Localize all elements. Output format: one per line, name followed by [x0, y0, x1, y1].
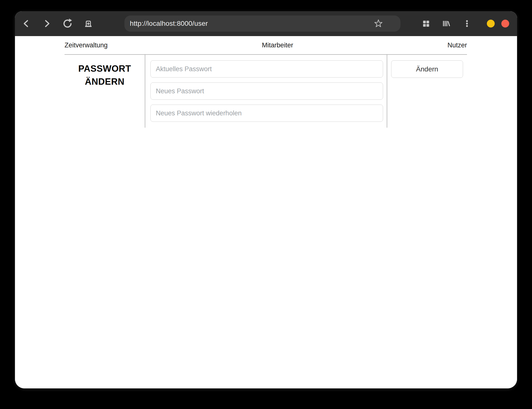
browser-titlebar: http://localhost:8000/user — [15, 11, 517, 36]
repeat-new-password-input[interactable] — [150, 105, 383, 122]
forward-button[interactable] — [40, 17, 53, 30]
reload-icon — [62, 18, 73, 29]
main-nav: Zeitverwaltung Mitarbeiter Nutzer — [65, 36, 467, 49]
minimize-button[interactable] — [487, 20, 495, 27]
nav-item-mitarbeiter[interactable]: Mitarbeiter — [262, 41, 293, 49]
password-action-cell: Ändern — [387, 55, 467, 128]
library-button[interactable] — [441, 17, 451, 30]
chevron-right-icon — [41, 18, 52, 29]
library-icon — [441, 19, 451, 28]
change-password-button[interactable]: Ändern — [391, 60, 463, 78]
bookmark-button[interactable] — [373, 19, 383, 28]
nav-item-zeitverwaltung[interactable]: Zeitverwaltung — [65, 41, 108, 49]
browser-window: http://localhost:8000/user — [15, 11, 517, 388]
new-tab-button[interactable] — [81, 17, 95, 30]
app-grid-button[interactable] — [421, 17, 431, 30]
chevron-left-icon — [21, 18, 32, 29]
page-content: Zeitverwaltung Mitarbeiter Nutzer PASSWO… — [15, 36, 517, 388]
new-password-input[interactable] — [150, 82, 383, 100]
close-button[interactable] — [501, 20, 509, 27]
url-bar[interactable]: http://localhost:8000/user — [124, 15, 400, 32]
star-outline-icon — [373, 19, 383, 28]
password-heading-cell: PASSWORT ÄNDERN — [65, 55, 145, 128]
reload-button[interactable] — [61, 17, 75, 30]
nav-item-nutzer[interactable]: Nutzer — [447, 41, 467, 49]
menu-button[interactable] — [462, 17, 472, 30]
back-button[interactable] — [20, 17, 33, 30]
password-change-heading: PASSWORT ÄNDERN — [66, 62, 143, 88]
kebab-menu-icon — [462, 19, 472, 28]
password-change-section: PASSWORT ÄNDERN Ändern — [65, 54, 467, 128]
url-text: http://localhost:8000/user — [130, 20, 208, 27]
current-password-input[interactable] — [150, 60, 383, 78]
password-fields-cell — [145, 55, 387, 128]
new-tab-icon — [83, 18, 94, 29]
app-grid-icon — [421, 19, 431, 28]
